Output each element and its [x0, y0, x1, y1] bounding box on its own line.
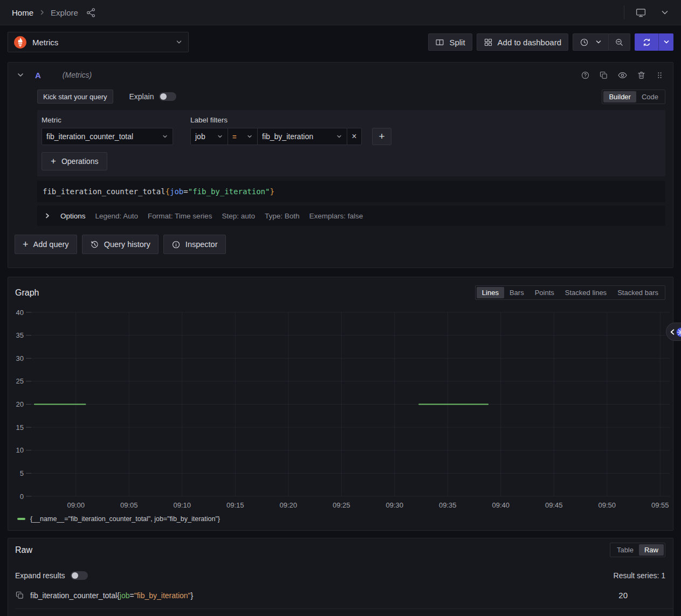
svg-text:09:25: 09:25 [333, 501, 350, 509]
remove-filter-button[interactable]: × [347, 128, 362, 145]
apps-grid-icon [484, 38, 493, 47]
add-query-label: Add query [33, 240, 69, 249]
graph-style-lines[interactable]: Lines [477, 287, 504, 298]
filter-value-select[interactable]: fib_by_iteration [257, 128, 347, 145]
info-circle-icon [171, 240, 181, 249]
raw-expand-row: Expand results Result series: 1 [15, 571, 665, 580]
prometheus-icon [13, 36, 27, 49]
split-label: Split [449, 38, 465, 47]
graph-title: Graph [15, 288, 39, 298]
expand-results-toggle[interactable] [71, 571, 88, 580]
label-filters-label: Label filters [190, 116, 362, 124]
svg-text:09:20: 09:20 [279, 501, 297, 509]
refresh-interval-chevron[interactable] [658, 33, 673, 51]
topnav-divider [624, 5, 624, 19]
filter-key-value: job [195, 132, 205, 141]
graph-style-points[interactable]: Points [529, 287, 560, 298]
svg-text:40: 40 [16, 309, 24, 317]
builder-fields-row: Metric fib_iteration_counter_total Label… [42, 116, 661, 145]
graph-canvas[interactable]: 051015202530354009:0009:0509:1009:1509:2… [15, 307, 671, 511]
filter-value-chevron-icon [336, 133, 342, 140]
query-history-button[interactable]: Query history [82, 235, 159, 254]
raw-label-value: "fib_by_iteration" [134, 591, 191, 600]
svg-text:35: 35 [16, 331, 24, 339]
svg-text:30: 30 [16, 354, 24, 362]
time-controls-group [573, 33, 630, 51]
graph-style-stacked-lines[interactable]: Stacked lines [560, 287, 612, 298]
svg-text:09:30: 09:30 [386, 501, 403, 509]
refresh-icon [642, 38, 651, 47]
svg-text:09:00: 09:00 [67, 501, 85, 509]
graph-legend[interactable]: {__name__="fib_iteration_counter_total",… [17, 515, 220, 523]
explain-toggle[interactable] [159, 92, 176, 101]
svg-text:09:55: 09:55 [651, 501, 669, 509]
plus-icon: + [23, 239, 29, 250]
metric-chevron-icon [162, 133, 168, 140]
explain-toggle-knob [160, 93, 167, 100]
time-picker-button[interactable] [573, 33, 609, 51]
collapse-query-chevron-icon[interactable] [17, 71, 24, 79]
plus-icon: + [51, 156, 56, 167]
datasource-name: Metrics [32, 38, 58, 47]
svg-text:09:40: 09:40 [492, 501, 510, 509]
raw-series-value: 20 [618, 591, 628, 600]
mode-builder[interactable]: Builder [603, 91, 636, 102]
graph-style-bars[interactable]: Bars [504, 287, 529, 298]
filter-operator-chevron-icon [246, 133, 253, 140]
query-history-label: Query history [104, 240, 150, 249]
svg-text:20: 20 [16, 400, 24, 408]
svg-text:09:15: 09:15 [226, 501, 244, 509]
remove-query-trash-icon[interactable] [637, 71, 646, 80]
query-options-row[interactable]: Options Legend: Auto Format: Time series… [37, 206, 665, 226]
view-raw[interactable]: Raw [639, 544, 664, 556]
add-query-button[interactable]: + Add query [15, 235, 77, 254]
mode-code[interactable]: Code [636, 91, 664, 102]
graph-style-stacked-bars[interactable]: Stacked bars [612, 287, 664, 298]
refresh-button[interactable] [635, 33, 658, 51]
datasource-picker[interactable]: Metrics [8, 32, 189, 52]
graph-panel: Graph Lines Bars Points Stacked lines St… [8, 277, 673, 531]
help-circle-icon[interactable] [581, 71, 590, 80]
toggle-visibility-eye-icon[interactable] [617, 70, 628, 80]
kick-start-query-button[interactable]: Kick start your query [37, 90, 113, 104]
breadcrumb-home[interactable]: Home [12, 8, 33, 17]
svg-text:09:10: 09:10 [173, 501, 191, 509]
preview-open-brace: { [166, 187, 170, 196]
collapse-topnav-chevron-icon[interactable] [661, 8, 669, 17]
time-picker-chevron-icon [595, 39, 602, 45]
query-builder-box: Metric fib_iteration_counter_total Label… [37, 110, 665, 176]
inspector-button[interactable]: Inspector [163, 235, 226, 254]
inspector-label: Inspector [185, 240, 218, 249]
metric-select[interactable]: fib_iteration_counter_total [42, 128, 173, 145]
grafana-explore-page: { "colors": { "accent_refresh": "#4c47c9… [0, 0, 681, 616]
drag-handle-grip-icon[interactable] [655, 71, 664, 80]
view-table[interactable]: Table [611, 544, 639, 556]
options-chevron-right-icon [44, 213, 51, 219]
duplicate-query-icon[interactable] [599, 71, 608, 80]
share-icon[interactable] [86, 8, 96, 18]
add-to-dashboard-button[interactable]: Add to dashboard [477, 33, 568, 51]
options-step: Step: auto [222, 212, 255, 220]
options-format: Format: Time series [148, 212, 212, 220]
query-header-actions [581, 70, 664, 80]
zoom-out-button[interactable] [609, 33, 630, 51]
split-button[interactable]: Split [428, 33, 472, 51]
raw-results-panel: Raw Table Raw Expand results Result seri… [8, 538, 673, 616]
query-ref-id[interactable]: A [35, 71, 41, 80]
zoom-out-icon [615, 38, 624, 47]
side-pane-handle[interactable] [666, 323, 681, 341]
filter-key-select[interactable]: job [190, 128, 228, 145]
raw-header: Raw Table Raw [8, 538, 673, 557]
copy-to-clipboard-icon[interactable] [15, 591, 24, 600]
monitor-icon[interactable] [635, 7, 646, 18]
breadcrumb-chevron-icon [39, 9, 45, 16]
preview-label-value: "fib_by_iteration" [188, 187, 270, 196]
raw-close-brace: } [191, 591, 194, 600]
topnav-right [624, 5, 669, 19]
filter-operator-select[interactable]: = [228, 128, 258, 145]
add-operation-button[interactable]: + Operations [42, 152, 107, 170]
top-nav: Home Explore [0, 0, 681, 25]
graph-header: Graph Lines Bars Points Stacked lines St… [8, 277, 673, 300]
raw-result-row[interactable]: fib_iteration_counter_total{job="fib_by_… [15, 591, 673, 609]
add-filter-button[interactable]: + [372, 128, 391, 145]
